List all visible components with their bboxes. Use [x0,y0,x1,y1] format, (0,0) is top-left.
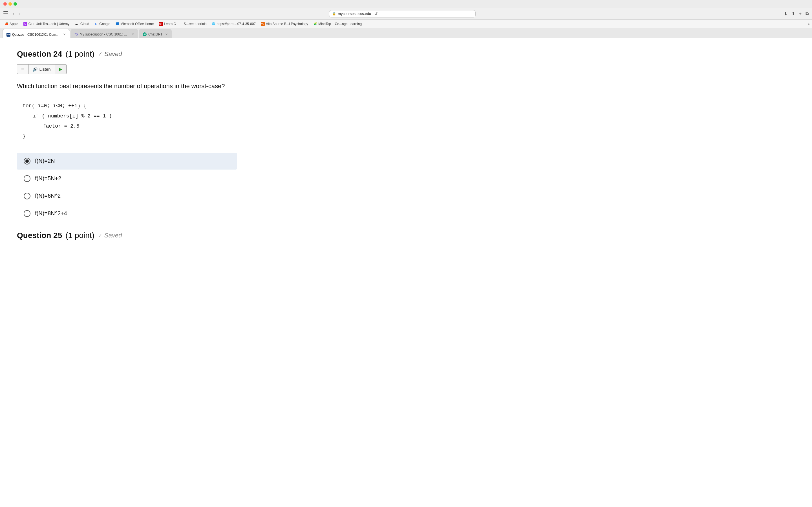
bookmark-office-label: Microsoft Office Home [120,22,154,26]
address-bar[interactable]: 🔒 mycourses.cccs.edu ↺ [329,10,476,17]
speaker-icon: 🔊 [33,67,38,72]
toolbar-menu-btn[interactable]: ≡ [17,64,29,74]
answer-label-3: f(N)=6N^2 [35,193,61,199]
bookmarks-overflow[interactable]: » [808,22,810,26]
tab-chatgpt-close[interactable]: ✕ [165,33,168,36]
bookmark-learncpp[interactable]: C+ Learn C++ – S...ree tutorials [157,21,209,26]
radio-1[interactable] [24,158,31,165]
bookmark-parc[interactable]: 🌐 https://parc...-07-4-35-007 [209,21,258,26]
answer-option-1[interactable]: f(N)=2N [17,153,237,170]
tab-chatgpt-label: ChatGPT [148,33,162,36]
answer-option-2[interactable]: f(N)=5N+2 [17,170,237,187]
mindtap-favicon: 🧩 [313,22,317,26]
bookmark-mindtap[interactable]: 🧩 MindTap – Ce...age Learning [311,21,364,26]
toolbar-right: ⬇ ⬆ + ⧉ [783,10,810,17]
answer-label-1: f(N)=2N [35,158,55,164]
question24-header: Question 24 (1 point) ✓ Saved [17,50,237,59]
bookmark-vitalsource[interactable]: VS VitalSource B...l Psychology [259,21,310,26]
vitalsource-favicon: VS [261,22,265,26]
answer-option-4[interactable]: f(N)=8N^2+4 [17,205,237,222]
new-tab-button[interactable]: + [798,10,803,17]
apple-favicon: 🍎 [4,22,8,26]
play-btn[interactable]: ▶ [55,64,66,74]
office-favicon: 🟦 [115,22,119,26]
icloud-favicon: ☁ [74,22,79,26]
bookmark-learncpp-label: Learn C++ – S...ree tutorials [164,22,207,26]
download-button[interactable]: ⬇ [783,10,789,17]
forward-button[interactable]: › [17,10,22,17]
answer-option-3[interactable]: f(N)=6N^2 [17,187,237,205]
question24-saved: ✓ Saved [98,50,122,58]
code-block: for( i=0; i<N; ++i) { if ( numbers[i] % … [17,99,237,144]
back-button[interactable]: ‹ [11,10,15,17]
answer-label-2: f(N)=5N+2 [35,175,61,182]
browser-toolbar: ‹ › 🔒 mycourses.cccs.edu ↺ ⬇ ⬆ + ⧉ [0,8,812,20]
answer-label-4: f(N)=8N^2+4 [35,210,67,217]
windows-button[interactable]: ⧉ [804,10,810,17]
tab-zybooks-close[interactable]: ✕ [132,33,134,36]
bookmark-vitalsource-label: VitalSource B...l Psychology [266,22,308,26]
listen-label: Listen [40,67,51,71]
close-button[interactable] [3,2,7,6]
svg-rect-0 [3,11,8,12]
learncpp-favicon: C+ [159,22,163,26]
tab-chatgpt-favicon: AI [143,33,147,36]
traffic-lights [3,2,17,6]
q25-saved-checkmark: ✓ [98,232,103,239]
code-line-2: if ( numbers[i] % 2 == 1 ) [22,111,237,121]
code-line-4: } [22,131,237,142]
tab-quizzes-close[interactable]: ✕ [63,33,66,36]
lock-icon: 🔒 [332,12,336,15]
play-icon: ▶ [59,66,62,72]
tab-zybooks[interactable]: Zy My subscription - CSC 1061: Computer … [70,29,138,38]
radio-4[interactable] [24,210,31,217]
radio-2[interactable] [24,175,31,182]
saved-label: Saved [104,50,122,58]
tab-quizzes-favicon: D2 [6,33,10,37]
question25-header: Question 25 (1 point) ✓ Saved [17,231,237,240]
bookmark-office[interactable]: 🟦 Microsoft Office Home [113,21,156,26]
listen-btn[interactable]: 🔊 Listen [29,64,55,74]
udemy-favicon: U [23,22,28,26]
google-favicon: G [94,22,98,26]
svg-rect-1 [3,13,8,13]
sidebar-toggle[interactable] [2,10,9,17]
bookmark-mindtap-label: MindTap – Ce...age Learning [318,22,362,26]
question24-text: Which function best represents the numbe… [17,82,237,91]
bookmark-apple[interactable]: 🍎 Apple [2,21,20,26]
question25-title: Question 25 [17,231,62,240]
q25-saved-label: Saved [104,232,122,239]
question24-title: Question 24 [17,50,62,59]
reload-button[interactable]: ↺ [374,11,378,16]
question25-saved: ✓ Saved [98,232,122,239]
radio-3[interactable] [24,193,31,200]
tab-zybooks-favicon: Zy [74,33,78,36]
url-text: mycourses.cccs.edu [338,11,371,16]
answers-container: f(N)=2N f(N)=5N+2 f(N)=6N^2 f(N)=8N^2+4 [17,153,237,222]
question24-points: (1 point) [65,50,94,59]
minimize-button[interactable] [8,2,12,6]
tab-zybooks-label: My subscription - CSC 1061: Computer Sci… [80,33,129,36]
maximize-button[interactable] [13,2,17,6]
titlebar [0,0,812,8]
page-content: Question 24 (1 point) ✓ Saved ≡ 🔊 Listen… [0,38,254,251]
tab-quizzes[interactable]: D2 Quizzes - CSC1061X01 Computer Sci II:… [2,29,70,38]
bookmark-apple-label: Apple [10,22,18,26]
code-line-3: factor = 2.5 [22,121,237,131]
bookmark-udemy-label: C++ Unit Tes...ock | Udemy [29,22,70,26]
tabs-row: D2 Quizzes - CSC1061X01 Computer Sci II:… [0,28,812,38]
tab-chatgpt[interactable]: AI ChatGPT ✕ [139,29,172,38]
bookmark-icloud[interactable]: ☁ iCloud [72,21,91,26]
bookmark-google-label: Google [99,22,110,26]
parc-favicon: 🌐 [211,22,215,26]
bookmark-google[interactable]: G Google [92,21,112,26]
tab-quizzes-label: Quizzes - CSC1061X01 Computer Sci II: C+… [12,33,60,37]
question24-toolbar: ≡ 🔊 Listen ▶ [17,64,237,74]
bookmark-parc-label: https://parc...-07-4-35-007 [216,22,256,26]
code-line-1: for( i=0; i<N; ++i) { [22,101,237,111]
bookmarks-bar: 🍎 Apple U C++ Unit Tes...ock | Udemy ☁ i… [0,20,812,28]
question25-points: (1 point) [65,231,94,240]
svg-rect-2 [3,15,8,15]
bookmark-udemy[interactable]: U C++ Unit Tes...ock | Udemy [21,21,72,26]
share-button[interactable]: ⬆ [790,10,796,17]
